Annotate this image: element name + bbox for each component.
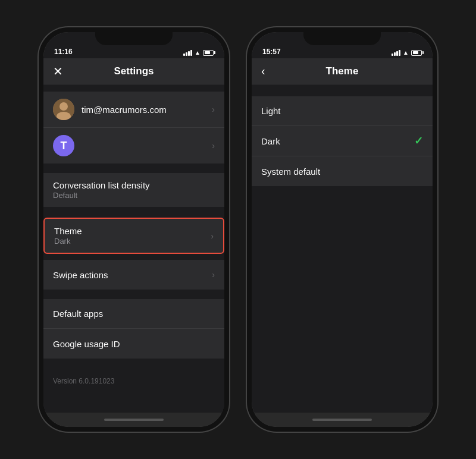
settings-title: Settings (114, 65, 154, 77)
email-text: tim@macrumors.com (82, 105, 212, 115)
empty-space (43, 393, 224, 413)
email-account-item[interactable]: tim@macrumors.com › (43, 92, 224, 128)
phone-theme: 15:57 ▲ ‹ Theme Light (247, 27, 437, 432)
divider-3 (43, 255, 224, 260)
theme-options-section: Light Dark ✓ System default (252, 96, 433, 186)
status-icons-1: ▲ (183, 49, 214, 56)
theme-list-item[interactable]: Theme Dark › (45, 219, 223, 253)
swipe-actions-label: Swipe actions (53, 270, 212, 280)
default-apps-label: Default apps (53, 309, 215, 319)
avatar-letter: T (53, 135, 74, 156)
divider-1 (43, 168, 224, 173)
dark-option[interactable]: Dark ✓ (252, 126, 433, 156)
account-t-item[interactable]: T › (43, 128, 224, 164)
status-bar-settings: 11:16 ▲ (43, 32, 224, 58)
swipe-actions-item[interactable]: Swipe actions › (43, 260, 224, 290)
avatar-image (53, 99, 74, 120)
density-value: Default (53, 191, 215, 200)
wifi-icon: ▲ (195, 49, 201, 56)
phone-settings: 11:16 ▲ ✕ Settings (39, 27, 229, 432)
svg-point-1 (60, 102, 68, 111)
settings-nav-bar: ✕ Settings (43, 58, 224, 84)
status-icons-2: ▲ (392, 49, 422, 56)
density-content: Conversation list density Default (53, 180, 215, 200)
notch (95, 32, 173, 45)
status-time-1: 11:16 (54, 48, 73, 56)
theme-nav-title: Theme (326, 65, 359, 77)
close-button[interactable]: ✕ (53, 64, 63, 78)
theme-item-highlighted[interactable]: Theme Dark › (43, 218, 224, 254)
theme-nav-bar: ‹ Theme (252, 58, 433, 84)
chevron-icon-swipe: › (212, 270, 215, 279)
theme-value: Dark (54, 237, 211, 246)
theme-label: Theme (54, 226, 211, 236)
battery-icon-2 (411, 50, 422, 56)
home-indicator-1 (43, 413, 224, 427)
theme-screen: ‹ Theme Light Dark ✓ System default (252, 58, 433, 413)
checkmark-icon: ✓ (414, 134, 423, 147)
accounts-section: tim@macrumors.com › T › (43, 92, 224, 164)
settings-screen: ✕ Settings tim@macrumors.com › (43, 58, 224, 413)
notch-2 (303, 32, 381, 45)
home-bar-1 (104, 419, 164, 421)
swipe-section: Swipe actions › (43, 260, 224, 290)
chevron-icon-email: › (212, 105, 215, 114)
version-section: Version 6.0.191023 (43, 368, 224, 393)
light-option[interactable]: Light (252, 96, 433, 126)
divider-5 (43, 363, 224, 368)
conversation-density-item[interactable]: Conversation list density Default (43, 173, 224, 207)
signal-icon-2 (392, 50, 400, 56)
google-usage-item[interactable]: Google usage ID (43, 329, 224, 359)
battery-icon (203, 50, 214, 56)
misc-section: Default apps Google usage ID (43, 299, 224, 359)
theme-section-wrapper: Theme Dark › (43, 216, 224, 255)
theme-top-divider (252, 92, 433, 96)
divider-2 (43, 212, 224, 216)
status-time-2: 15:57 (262, 48, 281, 56)
theme-content: Theme Dark (54, 226, 211, 246)
divider-4 (43, 294, 224, 299)
wifi-icon-2: ▲ (403, 49, 409, 56)
density-label: Conversation list density (53, 180, 215, 190)
status-bar-theme: 15:57 ▲ (252, 32, 433, 58)
chevron-icon-account: › (212, 141, 215, 150)
default-apps-item[interactable]: Default apps (43, 299, 224, 329)
theme-content: Light Dark ✓ System default (252, 84, 433, 413)
density-section: Conversation list density Default (43, 173, 224, 207)
back-button[interactable]: ‹ (261, 64, 265, 78)
light-option-text: Light (261, 106, 423, 116)
dark-option-text: Dark (261, 136, 414, 146)
system-default-text: System default (261, 166, 423, 177)
google-usage-label: Google usage ID (53, 339, 215, 349)
settings-content: tim@macrumors.com › T › Conversation lis… (43, 84, 224, 413)
signal-icon (183, 50, 192, 56)
chevron-icon-theme: › (211, 231, 214, 241)
home-indicator-2 (252, 413, 433, 427)
version-text: Version 6.0.191023 (53, 377, 114, 385)
home-bar-2 (312, 419, 372, 421)
system-default-option[interactable]: System default (252, 156, 433, 186)
